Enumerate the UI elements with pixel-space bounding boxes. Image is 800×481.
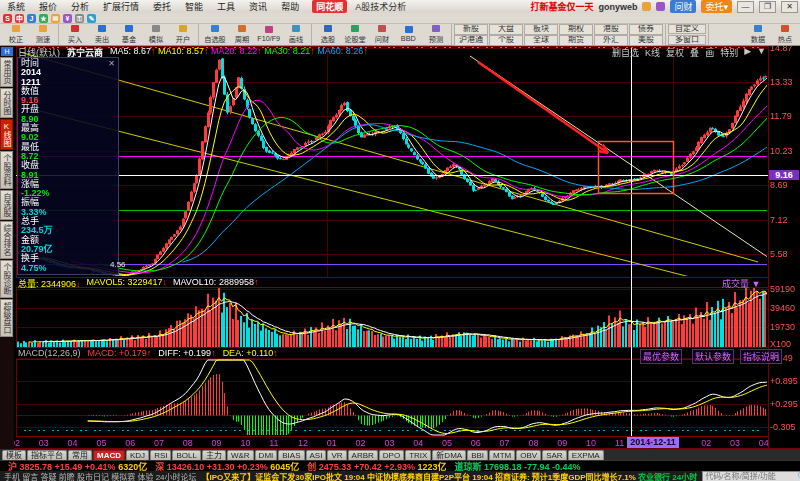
toolbar-button[interactable]: 选股: [314, 24, 341, 45]
market-button[interactable]: 期权: [559, 24, 593, 35]
indicator-tab[interactable]: BBI: [467, 450, 488, 460]
ths-logo-icon[interactable]: S: [3, 14, 12, 23]
toolbar-button[interactable]: 画线: [282, 24, 309, 45]
minimize-button[interactable]: —: [737, 1, 754, 13]
footer-link[interactable]: 手机: [4, 473, 22, 481]
indicator-tab[interactable]: OBV: [516, 450, 541, 460]
market-button[interactable]: 个股: [489, 35, 523, 46]
kline-control-button[interactable]: ▶: [744, 46, 751, 59]
sidebar-tab-item[interactable]: 综合排名: [0, 221, 13, 259]
kline-control-button[interactable]: 叠: [690, 46, 699, 59]
indicator-tab[interactable]: EXPMA: [568, 450, 604, 460]
news-item[interactable]: 农业银行 24小时: [638, 473, 697, 481]
kline-control-button[interactable]: 删自选: [612, 46, 639, 59]
toolbar-button[interactable]: 自选股: [201, 24, 228, 45]
indicator-tab[interactable]: 主力: [202, 450, 226, 460]
sidebar-tab-item[interactable]: 个股资料: [0, 151, 13, 189]
username[interactable]: gonyweb: [598, 2, 637, 12]
toolbar-button[interactable]: 买入: [61, 24, 88, 45]
sidebar-tab-item[interactable]: 分时图: [0, 88, 13, 118]
indicator-tab[interactable]: TRIX: [405, 450, 431, 460]
market-button[interactable]: 板块: [524, 24, 558, 35]
custom-button[interactable]: 自定义: [668, 24, 706, 34]
toolbar-button[interactable]: BBD: [395, 24, 422, 45]
indicator-tab[interactable]: MTM: [489, 450, 515, 460]
toolbar-button[interactable]: 基金: [115, 24, 142, 45]
kline-chart-canvas[interactable]: [0, 0, 800, 481]
search-icon[interactable]: 🔍: [795, 472, 800, 481]
toolbar-button[interactable]: 数据: [744, 24, 771, 45]
menu-item[interactable]: 系统: [0, 2, 32, 12]
search-input[interactable]: [703, 472, 795, 480]
toolbar-button[interactable]: 开户: [169, 24, 196, 45]
market-button[interactable]: 大盘: [489, 24, 523, 35]
indicator-tab[interactable]: SAR: [542, 450, 566, 460]
close-icon[interactable]: ✕: [108, 59, 115, 68]
indicator-tab[interactable]: KDJ: [126, 450, 149, 460]
trade-button[interactable]: 委托▾: [701, 0, 732, 13]
indicator-tab[interactable]: ARBR: [348, 450, 378, 460]
market-button[interactable]: 期货: [559, 35, 593, 46]
custom-button[interactable]: 多窗口: [668, 35, 706, 45]
lock-icon[interactable]: ⚿: [75, 14, 84, 23]
sidebar-top-icon[interactable]: H: [1, 47, 13, 56]
indicator-tab[interactable]: 常用: [68, 450, 92, 460]
news-item[interactable]: 19:04 中证协摸底券商自建P2P平台: [344, 473, 472, 481]
kline-control-button[interactable]: 画: [705, 46, 714, 59]
toolbar-button[interactable]: 卖出: [88, 24, 115, 45]
kline-control-button[interactable]: 特别: [720, 46, 738, 59]
market-button[interactable]: 债券: [629, 24, 663, 35]
menu-item[interactable]: 分析: [64, 2, 96, 12]
news-item[interactable]: 【IPO又来了】证监会下发30家IPO批文: [202, 473, 345, 481]
menu-item[interactable]: 报价: [32, 2, 64, 12]
market-button[interactable]: 外汇: [594, 35, 628, 46]
kline-control-button[interactable]: K线: [645, 46, 660, 59]
market-button[interactable]: 美股: [629, 35, 663, 46]
stock-name[interactable]: 苏宁云商: [67, 46, 103, 56]
indicator-tab[interactable]: BIAS: [278, 450, 304, 460]
indicator-tab[interactable]: VR: [327, 450, 346, 460]
market-button[interactable]: 港股: [594, 24, 628, 35]
market-button[interactable]: 沪港通: [454, 35, 488, 46]
close-button[interactable]: ✕: [781, 1, 798, 13]
footer-link[interactable]: 模拟赛: [111, 473, 137, 481]
toolbar-button[interactable]: 热点: [771, 24, 798, 45]
period-label[interactable]: 日线(默认): [18, 46, 60, 56]
sidebar-tab-item[interactable]: 超级盘口: [0, 299, 13, 337]
indicator-tab[interactable]: DPO: [379, 450, 404, 460]
footer-link[interactable]: 留言: [22, 473, 40, 481]
indicator-tab[interactable]: 新DMA: [432, 450, 466, 460]
indicator-tab[interactable]: BOLL: [172, 450, 200, 460]
indicator-tab[interactable]: RSI: [150, 450, 171, 460]
macd-name[interactable]: MACD(12,26,9): [18, 348, 81, 358]
mail-icon[interactable]: ✉: [51, 14, 60, 23]
indicator-tab[interactable]: ASI: [306, 450, 327, 460]
footer-link[interactable]: 答疑: [40, 473, 58, 481]
footer-link[interactable]: 股市日记: [77, 473, 111, 481]
toolbar-button[interactable]: 预测: [422, 24, 449, 45]
indicator-tab[interactable]: DMI: [255, 450, 278, 460]
indicator-tab[interactable]: 指标平台: [27, 450, 67, 460]
toolbar-button[interactable]: 测速: [29, 24, 56, 45]
bell-icon[interactable]: [642, 2, 651, 11]
indicator-tab[interactable]: W&R: [227, 450, 254, 460]
promo-link[interactable]: 打新基金仅一天: [530, 0, 593, 13]
volume-indicator-dropdown[interactable]: 成交量 ▼: [722, 277, 760, 290]
cart-icon[interactable]: ¥: [63, 14, 72, 23]
market-button[interactable]: 全球: [524, 35, 558, 46]
footer-link[interactable]: 24小时论坛: [156, 473, 197, 481]
phone-icon[interactable]: J: [27, 14, 36, 23]
toolbar-button[interactable]: 论股堂: [341, 24, 368, 45]
market-button[interactable]: 新股: [454, 24, 488, 35]
toolbar-button[interactable]: 周期: [228, 24, 255, 45]
restore-button[interactable]: ❐: [759, 1, 776, 13]
menu-item[interactable]: 扩展行情: [96, 2, 146, 12]
toolbar-button[interactable]: F10/F9: [255, 24, 282, 45]
menu-item[interactable]: 资讯: [242, 2, 274, 12]
param-button[interactable]: 指标说明: [740, 349, 782, 364]
indicator-tab-active[interactable]: MACD: [93, 450, 125, 460]
menu-item[interactable]: 委托: [146, 2, 178, 12]
footer-link[interactable]: 前瞻: [59, 473, 77, 481]
star-icon[interactable]: ★: [39, 14, 48, 23]
news-item[interactable]: 19:04 招商证券: 预计1季度GDP同比增长7.1%: [472, 473, 638, 481]
